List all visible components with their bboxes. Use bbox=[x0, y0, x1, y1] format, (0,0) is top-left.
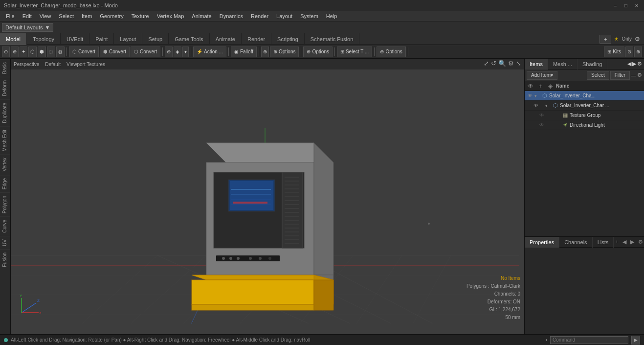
tree-expand-root[interactable]: ▾ bbox=[534, 93, 540, 98]
sidebar-tab-basic[interactable]: Basic bbox=[0, 59, 10, 77]
panel-tab-items[interactable]: Items bbox=[525, 59, 548, 69]
tb-icon-5[interactable]: ⬢ bbox=[38, 46, 46, 57]
menu-file[interactable]: File bbox=[2, 12, 19, 20]
falloff-button[interactable]: ◉ Falloff bbox=[231, 46, 257, 57]
tree-eye-light[interactable]: 👁 bbox=[538, 122, 545, 129]
command-go-button[interactable]: ▶ bbox=[631, 336, 640, 345]
maximize-button[interactable]: □ bbox=[622, 2, 629, 9]
sidebar-tab-fusion[interactable]: Fusion bbox=[0, 249, 10, 270]
sidebar-tab-deform[interactable]: Deform bbox=[0, 77, 10, 99]
panel-tab-mesh[interactable]: Mesh ... bbox=[548, 59, 577, 69]
options-button-2[interactable]: ⊕ Options bbox=[303, 46, 332, 57]
menu-animate[interactable]: Animate bbox=[188, 12, 215, 20]
props-settings-button[interactable]: ⚙ bbox=[637, 239, 644, 245]
tb-icon-2[interactable]: ⊕ bbox=[11, 46, 19, 57]
tree-item-child1[interactable]: 👁 ▾ ⬡ Solar_Inverter_Char ... bbox=[525, 101, 644, 111]
command-input[interactable] bbox=[550, 336, 628, 344]
command-arrow[interactable]: › bbox=[546, 337, 547, 343]
sidebar-tab-mesh-edit[interactable]: Mesh Edit bbox=[0, 126, 10, 154]
tree-item-texture-group[interactable]: 👁 ▦ Texture Group bbox=[525, 111, 644, 120]
props-collapse-button[interactable]: ◀ bbox=[621, 239, 628, 245]
vp-ctrl-rotate[interactable]: ↺ bbox=[491, 60, 496, 67]
vp-ctrl-settings[interactable]: ⚙ bbox=[508, 60, 514, 67]
tab-render[interactable]: Render bbox=[242, 33, 271, 45]
tab-topology[interactable]: Topology bbox=[27, 33, 61, 45]
filter-settings-icon[interactable]: ⚙ bbox=[637, 72, 642, 78]
items-tree[interactable]: 👁 ▾ ⬡ Solar_Inverter_Cha... 👁 ▾ ⬡ Solar_… bbox=[525, 91, 644, 236]
panel-settings-button[interactable]: ⚙ bbox=[637, 61, 642, 67]
tb-icon-1[interactable]: ⊙ bbox=[2, 46, 10, 57]
sidebar-tab-polygon[interactable]: Polygon bbox=[0, 192, 10, 216]
tb-icon-11[interactable]: ⊕ bbox=[261, 46, 269, 57]
tree-item-root[interactable]: 👁 ▾ ⬡ Solar_Inverter_Cha... bbox=[525, 91, 644, 101]
convert-button-2[interactable]: ⬢ Convert bbox=[100, 46, 130, 57]
props-tab-lists[interactable]: Lists bbox=[593, 237, 614, 248]
tb-icon-3[interactable]: ✦ bbox=[20, 46, 27, 57]
sidebar-tab-edge[interactable]: Edge bbox=[0, 175, 10, 192]
tree-eye-root[interactable]: 👁 bbox=[527, 92, 533, 99]
add-tab-button[interactable]: + bbox=[600, 35, 611, 44]
select-button[interactable]: Select bbox=[587, 71, 609, 80]
menu-texture[interactable]: Texture bbox=[128, 12, 153, 20]
menu-item[interactable]: Item bbox=[78, 12, 96, 20]
vp-ctrl-zoom[interactable]: 🔍 bbox=[498, 60, 506, 67]
tab-gametools[interactable]: Game Tools bbox=[169, 33, 210, 45]
menu-layout[interactable]: Layout bbox=[272, 12, 296, 20]
kits-button[interactable]: ⊞ Kits bbox=[604, 46, 624, 57]
sidebar-tab-duplicate[interactable]: Duplicate bbox=[0, 99, 10, 126]
props-tab-channels[interactable]: Channels bbox=[559, 237, 592, 248]
convert-button-3[interactable]: ⬡ Convert bbox=[131, 46, 160, 57]
close-button[interactable]: ✕ bbox=[633, 2, 640, 9]
tree-eye-texture[interactable]: 👁 bbox=[538, 112, 545, 119]
menu-geometry[interactable]: Geometry bbox=[96, 12, 127, 20]
tree-item-light[interactable]: 👁 ☀ Directional Light bbox=[525, 120, 644, 130]
menu-select[interactable]: Select bbox=[55, 12, 78, 20]
tb-icon-10[interactable]: ▾ bbox=[182, 46, 189, 57]
action-button[interactable]: ⚡ Action ... bbox=[193, 46, 226, 57]
panel-collapse-button[interactable]: ◀ bbox=[627, 61, 631, 67]
menu-render[interactable]: Render bbox=[247, 12, 272, 20]
panel-expand-button[interactable]: ▶ bbox=[632, 61, 636, 67]
options-button-3[interactable]: ⊕ Options bbox=[377, 46, 405, 57]
tb-toggle-1[interactable]: ⊙ bbox=[625, 46, 633, 57]
tab-setup[interactable]: Setup bbox=[142, 33, 169, 45]
tree-expand-child1[interactable]: ▾ bbox=[545, 103, 551, 108]
gear-icon[interactable]: ⚙ bbox=[633, 36, 642, 43]
options-button-1[interactable]: ⊕ Options bbox=[270, 46, 299, 57]
sidebar-tab-uv[interactable]: UV bbox=[0, 236, 10, 249]
sidebar-tab-curve[interactable]: Curve bbox=[0, 216, 10, 236]
props-add-button[interactable]: + bbox=[614, 239, 620, 245]
props-tab-properties[interactable]: Properties bbox=[525, 237, 559, 248]
minimize-button[interactable]: – bbox=[612, 2, 619, 9]
menu-help[interactable]: Help bbox=[322, 12, 341, 20]
vp-ctrl-maximize[interactable]: ⤢ bbox=[484, 60, 489, 67]
filter-minus-icon[interactable]: — bbox=[631, 72, 636, 78]
tab-animate[interactable]: Animate bbox=[210, 33, 242, 45]
panel-tab-shading[interactable]: Shading bbox=[577, 59, 607, 69]
menu-edit[interactable]: Edit bbox=[19, 12, 36, 20]
tb-icon-6[interactable]: ◌ bbox=[47, 46, 55, 57]
tb-icon-4[interactable]: ⬡ bbox=[28, 46, 37, 57]
tab-model[interactable]: Model bbox=[0, 33, 27, 45]
tb-icon-8[interactable]: ⊛ bbox=[165, 46, 173, 57]
menu-system[interactable]: System bbox=[296, 12, 322, 20]
tab-layout[interactable]: Layout bbox=[114, 33, 142, 45]
viewport[interactable]: Perspective Default Viewport Textures ⤢ … bbox=[11, 59, 524, 334]
props-expand-button[interactable]: ▶ bbox=[629, 239, 636, 245]
select-t-button[interactable]: ⊞ Select T ... bbox=[337, 46, 372, 57]
menu-dynamics[interactable]: Dynamics bbox=[216, 12, 247, 20]
vp-ctrl-expand[interactable]: ⤡ bbox=[516, 60, 521, 67]
tb-toggle-2[interactable]: ⊕ bbox=[634, 46, 642, 57]
tb-icon-9[interactable]: ◈ bbox=[174, 46, 181, 57]
add-item-button[interactable]: Add Item ▾ bbox=[527, 71, 557, 80]
tab-paint[interactable]: Paint bbox=[89, 33, 114, 45]
tab-uvedit[interactable]: UVEdit bbox=[61, 33, 89, 45]
tree-eye-child1[interactable]: 👁 bbox=[533, 102, 539, 109]
menu-vertex-map[interactable]: Vertex Map bbox=[153, 12, 188, 20]
layout-dropdown[interactable]: Default Layouts ▼ bbox=[2, 23, 53, 32]
filter-button[interactable]: Filter bbox=[610, 71, 630, 80]
convert-button-1[interactable]: ⬡ Convert bbox=[69, 46, 99, 57]
tab-scripting[interactable]: Scripting bbox=[271, 33, 305, 45]
sidebar-tab-vertex[interactable]: Vertex bbox=[0, 154, 10, 174]
tab-schematic-fusion[interactable]: Schematic Fusion bbox=[305, 33, 359, 45]
